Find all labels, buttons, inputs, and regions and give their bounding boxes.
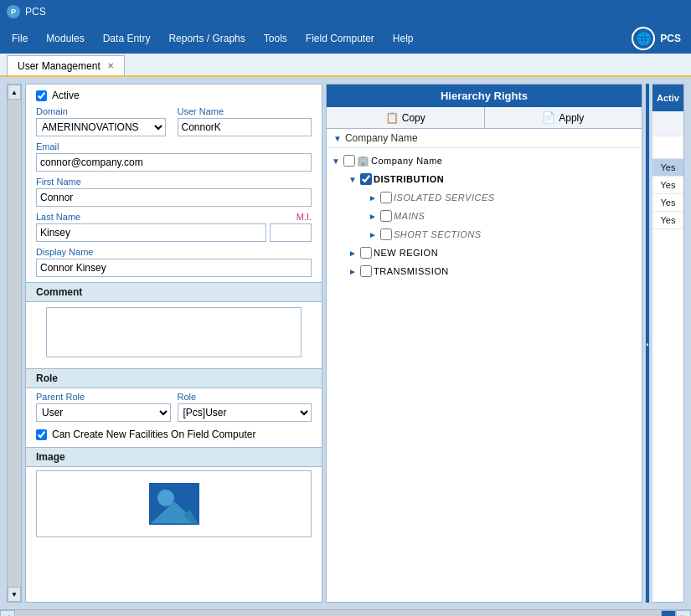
- tree-toggle-new-region[interactable]: ►: [347, 247, 358, 259]
- comment-textarea[interactable]: [46, 307, 302, 357]
- displayname-label: Display Name: [36, 247, 312, 257]
- tree-checkbox-transmission[interactable]: [360, 265, 372, 277]
- apply-icon: 📄: [542, 111, 555, 124]
- scroll-down-button[interactable]: ▼: [8, 587, 21, 602]
- title-bar: P PCS: [0, 0, 691, 23]
- tree-item-company[interactable]: ▼ 🏢 Company Name: [327, 151, 642, 170]
- image-placeholder-icon: [149, 483, 199, 525]
- menu-help[interactable]: Help: [384, 29, 422, 48]
- active-column: Activ Yes Yes Yes Yes: [652, 84, 684, 603]
- tree-toggle-isolated[interactable]: ►: [367, 192, 379, 203]
- hierarchy-header: Hierarchy Rights: [327, 85, 642, 107]
- company-icon: 🏢: [357, 155, 369, 167]
- tree-label-isolated: ISOLATED SERVICES: [394, 192, 495, 203]
- pcs-logo: 🌐 PCS: [632, 27, 688, 50]
- can-create-checkbox[interactable]: [36, 429, 47, 440]
- role-section: Parent Role Role User [Pcs]User: [26, 388, 322, 425]
- tree-toggle-mains[interactable]: ►: [367, 210, 379, 222]
- comment-section-header: Comment: [26, 282, 322, 302]
- tree-label-distribution: DISTRIBUTION: [374, 174, 444, 184]
- tree-checkbox-mains[interactable]: [380, 210, 392, 222]
- tree-item-isolated[interactable]: ► ISOLATED SERVICES: [327, 188, 642, 207]
- menu-tools[interactable]: Tools: [255, 29, 296, 48]
- email-input[interactable]: [36, 153, 312, 172]
- username-input[interactable]: [178, 118, 312, 136]
- tree-checkbox-new-region[interactable]: [360, 247, 372, 259]
- app-title: PCS: [25, 6, 46, 18]
- active-col-spacer: [652, 229, 683, 602]
- tree-checkbox-isolated[interactable]: [380, 192, 392, 203]
- active-col-row-1: Yes: [652, 177, 683, 194]
- role-selects: User [Pcs]User: [36, 403, 312, 422]
- left-scrollbar[interactable]: ▲ ▼: [7, 84, 22, 603]
- lastname-label: Last Name: [36, 212, 80, 222]
- active-col-row-3: Yes: [652, 212, 683, 229]
- scroll-right-area[interactable]: [661, 610, 676, 617]
- displayname-field-group: Display Name: [26, 245, 322, 279]
- tree-toggle-distribution[interactable]: ▼: [347, 173, 358, 185]
- username-label: User Name: [178, 106, 312, 116]
- role-label: Role: [178, 392, 312, 402]
- tree-checkbox-short-sections[interactable]: [380, 228, 392, 240]
- menu-modules[interactable]: Modules: [38, 29, 92, 48]
- tree-checkbox-distribution[interactable]: [360, 173, 372, 185]
- tree-item-short-sections[interactable]: ► SHORT SECTIONS: [327, 225, 642, 244]
- user-form-panel: Active Domain AMERINNOVATIONS User Name …: [25, 84, 322, 603]
- scroll-left-button[interactable]: ◄: [0, 610, 15, 617]
- menu-bar: File Modules Data Entry Reports / Graphs…: [0, 23, 691, 54]
- parent-role-select[interactable]: User: [36, 403, 171, 422]
- domain-username-row: Domain AMERINNOVATIONS User Name: [26, 105, 322, 138]
- tree-label-new-region: NEW REGION: [374, 248, 438, 258]
- apply-button[interactable]: 📄 Apply: [485, 107, 642, 128]
- menu-reports-graphs[interactable]: Reports / Graphs: [160, 29, 253, 48]
- menu-field-computer[interactable]: Field Computer: [297, 29, 383, 48]
- tree-toggle-company[interactable]: ▼: [330, 155, 342, 167]
- displayname-input[interactable]: [36, 259, 312, 277]
- hierarchy-tree: ▼ 🏢 Company Name ▼ DISTRIBUTION ► ISOLAT…: [327, 148, 642, 602]
- lastname-input[interactable]: [36, 223, 266, 242]
- hierarchy-col-header: ▼ Company Name: [327, 129, 642, 148]
- active-col-toolbar-spacer: [652, 111, 683, 136]
- tree-checkbox-company[interactable]: [343, 155, 355, 167]
- active-checkbox[interactable]: [36, 90, 47, 101]
- tree-item-new-region[interactable]: ► NEW REGION: [327, 244, 642, 262]
- domain-label: Domain: [36, 106, 171, 116]
- mi-input[interactable]: [270, 223, 312, 242]
- copy-icon: 📋: [385, 111, 399, 124]
- role-section-header: Role: [26, 368, 322, 388]
- tree-item-distribution[interactable]: ▼ DISTRIBUTION: [327, 170, 642, 188]
- tree-label-company: Company Name: [371, 156, 442, 166]
- tree-label-short-sections: SHORT SECTIONS: [394, 229, 482, 239]
- lastname-field-group: Last Name M.I.: [36, 212, 312, 242]
- copy-button[interactable]: 📋 Copy: [327, 107, 485, 128]
- email-field-group: Email: [26, 140, 322, 173]
- menu-file[interactable]: File: [3, 29, 36, 48]
- app-icon: P: [7, 5, 20, 18]
- can-create-label: Can Create New Facilities On Field Compu…: [52, 429, 255, 440]
- main-content: ▲ ▼ Active Domain AMERINNOVATIONS User N…: [0, 77, 691, 609]
- tree-item-mains[interactable]: ► MAINS: [327, 207, 642, 225]
- email-label: Email: [36, 141, 312, 151]
- role-select[interactable]: [Pcs]User: [178, 403, 312, 422]
- active-label: Active: [52, 90, 80, 101]
- tree-label-transmission: TRANSMISSION: [374, 266, 449, 276]
- tree-toggle-short-sections[interactable]: ►: [367, 228, 379, 240]
- domain-select[interactable]: AMERINNOVATIONS: [36, 118, 166, 136]
- image-box: [36, 470, 312, 537]
- menu-data-entry[interactable]: Data Entry: [95, 29, 159, 48]
- tree-toggle-transmission[interactable]: ►: [347, 265, 358, 277]
- username-field-group: User Name: [178, 106, 312, 136]
- active-col-colheader-spacer: [652, 136, 683, 159]
- scroll-right-button[interactable]: ►: [676, 610, 691, 617]
- parent-role-label: Parent Role: [36, 392, 171, 402]
- tree-item-transmission[interactable]: ► TRANSMISSION: [327, 262, 642, 280]
- bottom-scrollbar[interactable]: ◄ ►: [0, 609, 691, 616]
- firstname-field-group: First Name: [26, 175, 322, 208]
- firstname-input[interactable]: [36, 188, 312, 207]
- image-section: [26, 467, 322, 544]
- tab-close-button[interactable]: ✕: [107, 61, 114, 70]
- scroll-up-button[interactable]: ▲: [8, 85, 21, 100]
- firstname-label: First Name: [36, 177, 312, 187]
- col-separator[interactable]: ···: [646, 84, 649, 603]
- tab-user-management[interactable]: User Management ✕: [7, 55, 125, 75]
